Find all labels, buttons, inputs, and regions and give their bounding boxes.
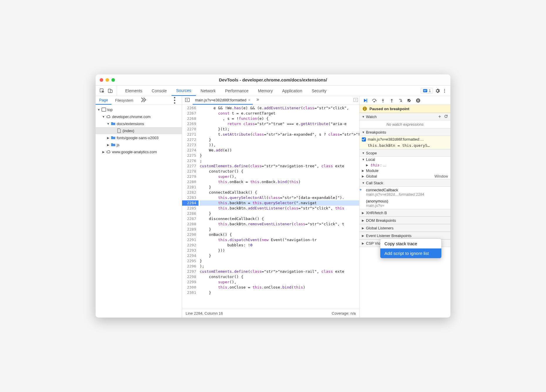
folder-icon [111,121,116,126]
resume-icon[interactable] [363,98,368,103]
breakpoint-code: this.backBtn = this.queryS… [362,143,448,148]
svg-rect-13 [185,98,189,102]
svg-rect-15 [367,99,367,102]
svg-rect-24 [364,107,365,108]
inspect-element-icon[interactable] [100,88,104,93]
scope-global[interactable]: ▶GlobalWindow [360,173,450,179]
frame-icon [101,107,106,112]
issues-chip[interactable]: 1 [421,88,433,94]
document-icon [117,128,121,133]
step-out-icon[interactable] [389,98,394,103]
svg-point-10 [174,100,175,101]
tree-top[interactable]: ▼ top [96,106,182,113]
scope-module[interactable]: ▶Module [360,168,450,173]
svg-rect-21 [418,99,419,102]
svg-point-7 [444,90,445,91]
svg-point-6 [444,89,445,90]
info-icon [362,106,367,111]
pause-on-exceptions-icon[interactable] [416,98,420,103]
callstack-frame-0[interactable]: connectedCallback main.js?v=e382d…format… [360,187,450,198]
maximize-window-button[interactable] [111,78,115,82]
cursor-position: Line 2284, Column 16 [186,311,223,316]
page-tab[interactable]: Page [96,96,111,105]
ctx-add-to-ignore-list[interactable]: Add script to ignore list [380,248,441,258]
tree-folder-js[interactable]: ▶ js [96,141,182,148]
more-tabs-chevron-icon[interactable] [331,88,336,93]
debugger-pane: Paused on breakpoint ▼ Watch + No watch … [360,96,450,318]
tree-origin-1[interactable]: ▼ developer.chrome.com [96,113,182,120]
breakpoint-item[interactable]: main.js?v=e382d86f:formatted:… this.back… [360,136,450,149]
window-title: DevTools - developer.chrome.com/docs/ext… [96,77,450,82]
code-editor[interactable]: 2266226722682269227022712272227322742275… [182,105,359,309]
titlebar: DevTools - developer.chrome.com/docs/ext… [96,74,450,86]
global-listeners-header[interactable]: ▶Global Listeners [360,224,450,232]
close-window-button[interactable] [100,78,103,82]
add-watch-icon[interactable]: + [437,114,443,119]
minimize-window-button[interactable] [106,78,109,82]
filesystem-tab[interactable]: Filesystem [111,96,137,105]
callstack-header[interactable]: ▼Call Stack [360,179,450,187]
more-navigator-tabs-icon[interactable] [137,96,150,105]
main-tab-elements[interactable]: Elements [121,86,147,96]
main-tab-network[interactable]: Network [196,86,220,96]
pause-banner: Paused on breakpoint [360,105,450,113]
tree-origin-2[interactable]: ▶ www.google-analytics.com [96,148,182,155]
watch-header[interactable]: ▼ Watch + [360,113,450,120]
main-tab-application[interactable]: Application [277,86,307,96]
main-tab-performance[interactable]: Performance [220,86,253,96]
file-tab-main[interactable]: main.js?v=e382d86f:formatted × [193,96,253,105]
nav-forward-icon[interactable] [352,98,359,103]
tree-folder-fonts[interactable]: ▶ fonts/google-sans-v2003 [96,134,182,141]
breakpoints-header[interactable]: ▼ Breakpoints [360,128,450,136]
scope-header[interactable]: ▼Scope [360,149,450,157]
svg-point-18 [391,101,392,102]
svg-rect-4 [424,90,427,91]
tree-file-index[interactable]: (index) [96,127,182,134]
dom-breakpoints-header[interactable]: ▶DOM Breakpoints [360,217,450,224]
pause-banner-text: Paused on breakpoint [369,107,409,111]
breakpoint-checkbox[interactable] [362,137,366,142]
scope-local[interactable]: ▼Local [360,157,450,162]
scope-this[interactable]: ▶this: … [360,162,450,168]
step-icon[interactable] [398,98,403,103]
context-menu: Copy stack trace Add script to ignore li… [380,238,442,258]
step-over-icon[interactable] [372,98,377,103]
main-tab-console[interactable]: Console [147,86,171,96]
main-tab-memory[interactable]: Memory [253,86,278,96]
cloud-icon [106,114,111,119]
xhr-breakpoints-header[interactable]: ▶XHR/fetch B [360,209,450,217]
coverage-status: Coverage: n/a [332,311,356,316]
main-toolbar: ElementsConsoleSourcesNetworkPerformance… [96,86,450,96]
navigator-kebab-icon[interactable] [167,96,182,105]
svg-point-11 [174,102,175,104]
deactivate-breakpoints-icon[interactable] [407,98,412,103]
svg-point-9 [174,97,175,98]
more-file-tabs-icon[interactable] [255,98,261,103]
step-into-icon[interactable] [381,98,385,103]
tree-folder-docs[interactable]: ▼ docs/extensions [96,120,182,127]
svg-rect-3 [423,89,427,92]
main-tab-sources[interactable]: Sources [172,86,196,96]
folder-icon [111,135,116,140]
file-tab-label: main.js?v=e382d86f:formatted [195,98,246,102]
watch-empty: No watch expressions [360,120,450,128]
svg-rect-23 [364,108,365,110]
devtools-window: DevTools - developer.chrome.com/docs/ext… [96,74,450,318]
folder-icon [111,142,116,147]
navigator-pane: Page Filesystem ▼ top ▼ develop [96,96,182,318]
issues-icon [423,88,428,93]
main-tab-security[interactable]: Security [307,86,331,96]
close-tab-icon[interactable]: × [248,98,250,102]
device-toolbar-icon[interactable] [108,88,113,93]
file-tree: ▼ top ▼ developer.chrome.com ▼ docs/exte… [96,105,182,318]
cloud-icon [106,149,111,154]
settings-gear-icon[interactable] [435,88,440,93]
ctx-copy-stack-trace[interactable]: Copy stack trace [380,239,441,248]
callstack-frame-1[interactable]: (anonymous) main.js?v= [360,198,450,209]
debugger-toolbar [360,96,450,105]
traffic-lights [100,78,115,82]
issues-count: 1 [429,89,431,93]
kebab-menu-icon[interactable] [442,88,447,93]
nav-back-icon[interactable] [184,98,191,103]
refresh-watch-icon[interactable] [444,114,448,119]
